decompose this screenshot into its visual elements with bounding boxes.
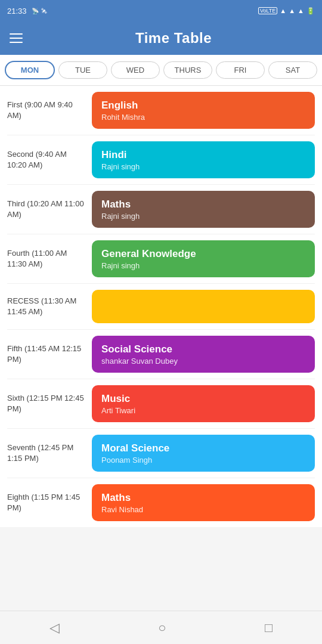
period-time: Second (9:40 AM 10:20 AM): [7, 149, 85, 171]
schedule-row: First (9:00 AM 9:40 AM)EnglishRohit Mish…: [7, 86, 315, 135]
subject-name: General Knowledge: [101, 248, 305, 260]
teacher-name: Rajni singh: [101, 261, 305, 270]
teacher-name: Ravi Nishad: [101, 505, 305, 514]
subject-card[interactable]: EnglishRohit Mishra: [92, 92, 315, 129]
subject-name: Moral Science: [101, 442, 305, 454]
subject-card[interactable]: MusicArti Tiwari: [92, 385, 315, 422]
bottom-navigation: ◁ ○ □: [0, 611, 322, 644]
recent-apps-button[interactable]: □: [265, 620, 273, 636]
app-header: Time Table: [0, 21, 322, 55]
subject-name: Music: [101, 393, 305, 405]
subject-name: Social Science: [101, 343, 305, 355]
period-time: Fourth (11:00 AM 11:30 AM): [7, 248, 85, 270]
status-icons: VoLTE ▲ ▲ ▲ 🔋: [258, 7, 315, 15]
subject-card[interactable]: MathsRajni singh: [92, 191, 315, 228]
period-time: Eighth (1:15 PM 1:45 PM): [7, 492, 85, 513]
day-tab-mon[interactable]: MON: [5, 61, 55, 79]
schedule-row: Fourth (11:00 AM 11:30 AM)General Knowle…: [7, 234, 315, 284]
signal2-icon: ▲: [298, 7, 304, 14]
day-tab-bar: MONTUEWEDTHURSFRISAT: [0, 55, 322, 86]
period-time: Sixth (12:15 PM 12:45 PM): [7, 393, 85, 414]
schedule-row: Second (9:40 AM 10:20 AM)HindiRajni sing…: [7, 135, 315, 185]
subject-name: Maths: [101, 492, 305, 504]
subject-name: English: [101, 100, 305, 112]
battery-icon: 🔋: [306, 7, 315, 15]
subject-name: Hindi: [101, 149, 305, 161]
teacher-name: Rajni singh: [101, 162, 305, 171]
schedule-row: Eighth (1:15 PM 1:45 PM)MathsRavi Nishad: [7, 478, 315, 527]
subject-card[interactable]: HindiRajni singh: [92, 141, 315, 178]
period-time: Seventh (12:45 PM 1:15 PM): [7, 442, 85, 464]
period-time: Third (10:20 AM 11:00 AM): [7, 199, 85, 220]
schedule-row: Third (10:20 AM 11:00 AM)MathsRajni sing…: [7, 185, 315, 234]
teacher-name: Rajni singh: [101, 212, 305, 221]
day-tab-wed[interactable]: WED: [111, 61, 160, 79]
subject-card[interactable]: Moral SciencePoonam Singh: [92, 435, 315, 472]
period-time: First (9:00 AM 9:40 AM): [7, 100, 85, 121]
carrier-logo: 🛰: [41, 8, 47, 14]
wifi-icon: ▲: [280, 7, 286, 14]
schedule-row: Sixth (12:15 PM 12:45 PM)MusicArti Tiwar…: [7, 379, 315, 429]
day-tab-tue[interactable]: TUE: [58, 61, 107, 79]
schedule-list: First (9:00 AM 9:40 AM)EnglishRohit Mish…: [0, 86, 322, 527]
carrier-icon: 📡: [32, 8, 39, 14]
schedule-row: Seventh (12:45 PM 1:15 PM)Moral ScienceP…: [7, 429, 315, 478]
teacher-name: Rohit Mishra: [101, 113, 305, 122]
status-time: 21:33: [7, 7, 27, 16]
day-tab-thurs[interactable]: THURS: [163, 61, 212, 79]
subject-card[interactable]: MathsRavi Nishad: [92, 484, 315, 521]
page-title: Time Table: [35, 30, 312, 47]
home-button[interactable]: ○: [158, 620, 166, 636]
day-tab-sat[interactable]: SAT: [268, 61, 317, 79]
status-bar: 21:33 📡 🛰 VoLTE ▲ ▲ ▲ 🔋: [0, 0, 322, 21]
schedule-row: RECESS (11:30 AM 11:45 AM): [7, 284, 315, 330]
status-time-area: 21:33 📡 🛰: [7, 7, 47, 16]
teacher-name: Arti Tiwari: [101, 406, 305, 415]
schedule-row: Fifth (11:45 AM 12:15 PM)Social Sciences…: [7, 330, 315, 379]
subject-card[interactable]: General KnowledgeRajni singh: [92, 240, 315, 277]
subject-card[interactable]: Social Scienceshankar Suvan Dubey: [92, 336, 315, 373]
back-button[interactable]: ◁: [49, 620, 60, 636]
volte-badge: VoLTE: [258, 7, 277, 14]
teacher-name: Poonam Singh: [101, 456, 305, 465]
period-time: RECESS (11:30 AM 11:45 AM): [7, 296, 85, 317]
subject-name: Maths: [101, 199, 305, 210]
menu-button[interactable]: [10, 33, 23, 43]
day-tab-fri[interactable]: FRI: [216, 61, 265, 79]
signal-icon: ▲: [289, 7, 295, 14]
subject-card[interactable]: [92, 290, 315, 323]
period-time: Fifth (11:45 AM 12:15 PM): [7, 343, 85, 365]
teacher-name: shankar Suvan Dubey: [101, 357, 305, 366]
